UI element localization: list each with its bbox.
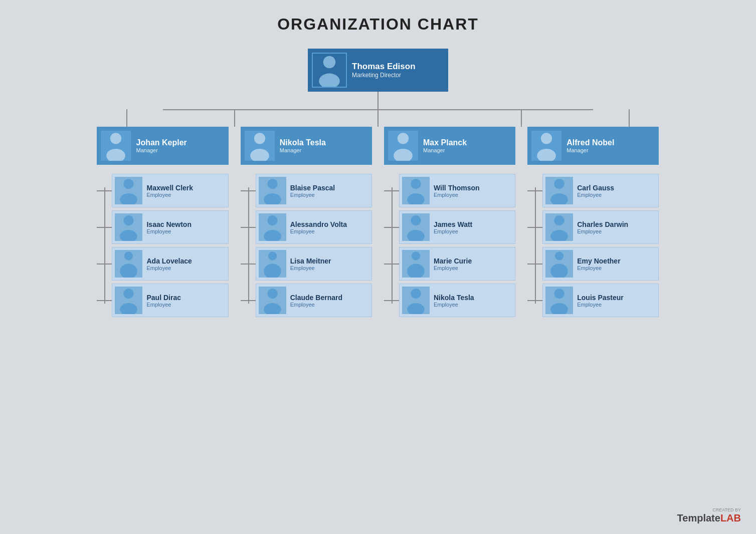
emp-vline-0 xyxy=(104,187,105,304)
manager-text-0: Johan Kepler Manager xyxy=(136,138,186,153)
top-card: Thomas Edison Marketing Director xyxy=(308,49,448,92)
emp-avatar-3-1 xyxy=(545,213,573,241)
emp-row-1-1: Alessandro Volta Employee xyxy=(256,210,372,244)
svg-point-25 xyxy=(407,193,425,204)
manager-role-1: Manager xyxy=(280,147,326,153)
manager-name-1: Nikola Tesla xyxy=(280,138,326,147)
emp-avatar-3-2 xyxy=(545,250,573,278)
svg-point-18 xyxy=(268,251,277,260)
svg-point-4 xyxy=(124,179,134,189)
svg-point-21 xyxy=(264,303,281,314)
emp-row-0-2: Ada Lovelace Employee xyxy=(112,247,228,281)
emp-section-2: Will Thomson Employee xyxy=(384,174,515,317)
emp-text-0-2: Ada Lovelace Employee xyxy=(146,257,192,271)
svg-point-20 xyxy=(267,289,277,299)
emp-avatar-1-2 xyxy=(259,250,286,278)
emp-card-2-3: Nikola Tesla Employee xyxy=(399,284,515,317)
manager-col-1: Nikola Tesla Manager xyxy=(235,127,378,317)
emp-card-0-0: Maxwell Clerk Employee xyxy=(112,174,228,207)
manager-text-3: Alfred Nobel Manager xyxy=(566,138,614,153)
manager-col-2: Max Planck Manager xyxy=(378,127,521,317)
emp-avatar-2-1 xyxy=(402,213,430,241)
top-name: Thomas Edison xyxy=(352,62,416,72)
svg-point-6 xyxy=(124,215,134,225)
svg-point-39 xyxy=(550,264,568,278)
emp-row-0-3: Paul Dirac Employee xyxy=(112,284,228,317)
org-chart: ORGANIZATION CHART Thomas Edison Marketi… xyxy=(10,15,746,317)
emp-avatar-3-0 xyxy=(545,177,573,204)
emp-card-2-1: James Watt Employee xyxy=(399,210,515,244)
emp-card-3-2: Emy Noether Employee xyxy=(542,247,659,281)
emp-avatar-2-2 xyxy=(402,250,430,278)
manager-card-1: Nikola Tesla Manager xyxy=(241,127,372,165)
svg-point-12 xyxy=(254,133,265,144)
emp-list-1: Blaise Pascal Employee xyxy=(256,174,372,317)
svg-point-37 xyxy=(550,230,568,241)
emp-row-3-3: Louis Pasteur Employee xyxy=(542,284,659,317)
emp-name-0-1: Isaac Newton xyxy=(146,220,191,228)
emp-avatar-2-3 xyxy=(402,287,430,314)
emp-text-1-3: Claude Bernard Employee xyxy=(290,294,342,308)
emp-list-2: Will Thomson Employee xyxy=(399,174,515,317)
emp-card-0-2: Ada Lovelace Employee xyxy=(112,247,228,281)
manager-role-3: Manager xyxy=(566,147,614,153)
manager-card-3: Alfred Nobel Manager xyxy=(527,127,659,165)
emp-vline-2 xyxy=(392,187,393,304)
manager-avatar-2 xyxy=(388,131,418,161)
svg-point-35 xyxy=(550,193,568,204)
emp-card-3-0: Carl Gauss Employee xyxy=(542,174,659,207)
page-title: ORGANIZATION CHART xyxy=(277,15,479,34)
emp-avatar-2-0 xyxy=(402,177,430,204)
emp-list-0: Maxwell Clerk Employee xyxy=(112,174,228,317)
watermark-brand: TemplateLAB xyxy=(677,512,741,523)
emp-role-0-2: Employee xyxy=(146,265,192,271)
emp-text-3-1: Charles Darwin Employee xyxy=(577,220,628,234)
svg-point-27 xyxy=(407,230,425,241)
emp-card-0-3: Paul Dirac Employee xyxy=(112,284,228,317)
vline-left-1 xyxy=(126,109,127,127)
emp-name-0-0: Maxwell Clerk xyxy=(146,184,193,192)
svg-point-28 xyxy=(412,251,420,260)
emp-card-1-3: Claude Bernard Employee xyxy=(256,284,372,317)
emp-avatar-0-0 xyxy=(115,177,142,204)
emp-avatar-1-1 xyxy=(259,213,286,241)
top-avatar xyxy=(312,53,347,88)
emp-row-1-0: Blaise Pascal Employee xyxy=(256,174,372,207)
svg-point-26 xyxy=(411,215,421,225)
emp-section-1: Blaise Pascal Employee xyxy=(241,174,372,317)
emp-row-2-1: James Watt Employee xyxy=(399,210,515,244)
svg-point-24 xyxy=(411,179,421,189)
emp-row-2-0: Will Thomson Employee xyxy=(399,174,515,207)
svg-point-29 xyxy=(407,264,425,278)
emp-name-0-2: Ada Lovelace xyxy=(146,257,192,265)
watermark-created-by: CREATED BY xyxy=(677,507,741,512)
emp-text-1-0: Blaise Pascal Employee xyxy=(290,184,335,198)
svg-point-3 xyxy=(107,149,126,161)
emp-text-2-1: James Watt Employee xyxy=(434,220,472,234)
svg-point-16 xyxy=(267,215,277,225)
manager-text-1: Nikola Tesla Manager xyxy=(280,138,326,153)
svg-point-33 xyxy=(537,149,556,161)
emp-card-2-0: Will Thomson Employee xyxy=(399,174,515,207)
svg-point-22 xyxy=(398,133,409,144)
emp-card-2-2: Marie Curie Employee xyxy=(399,247,515,281)
emp-row-2-2: Marie Curie Employee xyxy=(399,247,515,281)
managers-row: Johan Kepler Manager xyxy=(91,127,665,317)
emp-card-1-0: Blaise Pascal Employee xyxy=(256,174,372,207)
svg-point-38 xyxy=(555,251,563,260)
svg-point-23 xyxy=(394,149,413,161)
manager-name-0: Johan Kepler xyxy=(136,138,186,147)
manager-card-0: Johan Kepler Manager xyxy=(97,127,228,165)
emp-text-3-3: Louis Pasteur Employee xyxy=(577,294,624,308)
svg-point-32 xyxy=(541,133,552,144)
emp-avatar-0-1 xyxy=(115,213,142,241)
manager-role-0: Manager xyxy=(136,147,186,153)
emp-text-0-1: Isaac Newton Employee xyxy=(146,220,191,234)
svg-point-34 xyxy=(554,179,564,189)
manager-avatar-1 xyxy=(245,131,275,161)
svg-point-36 xyxy=(554,215,564,225)
vline-left-2 xyxy=(234,109,235,127)
level-0: Thomas Edison Marketing Director xyxy=(308,49,448,92)
emp-role-0-1: Employee xyxy=(146,228,191,234)
emp-vline-container-0 xyxy=(97,174,112,317)
